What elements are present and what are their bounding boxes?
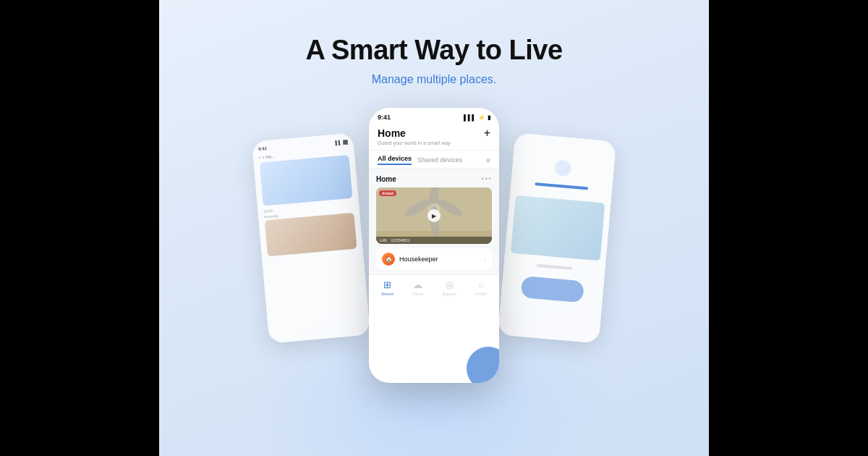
phone-home-title: Home bbox=[378, 127, 406, 139]
camera-footer: LAN G23348011 bbox=[376, 237, 492, 244]
nav-item-device[interactable]: ⊞ Device bbox=[381, 279, 393, 296]
center-panel: A Smart Way to Live Manage multiple plac… bbox=[159, 0, 709, 456]
nav-item-profile[interactable]: ○ Profile bbox=[475, 279, 487, 296]
signal-icon: ▌▌▌ bbox=[464, 114, 476, 121]
section-home: Home ··· bbox=[376, 173, 492, 185]
phone-content: Home ··· bbox=[369, 169, 499, 274]
phone-background-right bbox=[498, 132, 616, 343]
tab-shared-devices[interactable]: Shared devices bbox=[417, 156, 462, 164]
phone-home-subtitle: Guard your world in a smart way bbox=[378, 140, 490, 145]
support-icon: ◎ bbox=[446, 279, 454, 290]
status-bar: 9:41 ▌▌▌ ⚡ ▮ bbox=[369, 108, 499, 124]
camera-card[interactable]: Armed ▶ LAN G23348011 bbox=[376, 187, 492, 244]
phones-container: 9:41 ▌▌ ⬛ ‹ < Ho... Quick Recently bbox=[318, 108, 550, 412]
phone-background-left: 9:41 ▌▌ ⬛ ‹ < Ho... Quick Recently bbox=[252, 132, 370, 343]
wifi-icon: ⚡ bbox=[478, 114, 485, 121]
nav-cloud-label: Cloud bbox=[413, 292, 423, 296]
phone-tabs: All devices Shared devices ≡ bbox=[369, 151, 499, 169]
blue-circle-decoration bbox=[467, 347, 499, 383]
bottom-nav: ⊞ Device ☁ Cloud ◎ Support ○ Profile bbox=[369, 274, 499, 302]
status-icons: ▌▌▌ ⚡ ▮ bbox=[464, 114, 490, 121]
phone-main: 9:41 ▌▌▌ ⚡ ▮ Home + Guard your world in … bbox=[369, 108, 499, 383]
camera-id: G23348011 bbox=[391, 238, 410, 242]
right-phone-cta bbox=[520, 276, 584, 303]
housekeeper-row[interactable]: 🏠 Housekeeper › bbox=[376, 248, 492, 270]
armed-badge: Armed bbox=[379, 190, 396, 196]
left-phone-image-bottom bbox=[265, 213, 357, 257]
right-phone-bar2 bbox=[537, 264, 573, 270]
add-button[interactable]: + bbox=[484, 127, 490, 140]
status-time: 9:41 bbox=[378, 114, 391, 121]
device-icon: ⊞ bbox=[383, 279, 391, 290]
housekeeper-icon: 🏠 bbox=[382, 253, 395, 266]
cloud-icon: ☁ bbox=[413, 279, 422, 290]
profile-icon: ○ bbox=[478, 279, 484, 290]
battery-icon: ▮ bbox=[488, 114, 490, 121]
page-headline: A Smart Way to Live bbox=[305, 35, 562, 66]
tab-menu-icon[interactable]: ≡ bbox=[486, 156, 490, 164]
nav-support-label: Support bbox=[442, 292, 456, 296]
phone-header: Home + Guard your world in a smart way bbox=[369, 124, 499, 151]
tab-all-devices[interactable]: All devices bbox=[378, 155, 412, 165]
play-button[interactable]: ▶ bbox=[427, 209, 441, 222]
nav-item-support[interactable]: ◎ Support bbox=[442, 279, 456, 296]
page-subheadline: Manage multiple places. bbox=[372, 73, 497, 86]
nav-profile-label: Profile bbox=[475, 292, 487, 296]
camera-lan-label: LAN bbox=[380, 238, 387, 242]
left-black-panel bbox=[0, 0, 159, 456]
right-phone-icon bbox=[555, 159, 572, 177]
housekeeper-label: Housekeeper bbox=[399, 256, 480, 263]
left-phone-image-top bbox=[260, 155, 353, 206]
nav-item-cloud[interactable]: ☁ Cloud bbox=[413, 279, 423, 296]
nav-device-label: Device bbox=[381, 292, 393, 296]
right-black-panel bbox=[709, 0, 868, 456]
camera-feed: Armed ▶ bbox=[376, 187, 492, 244]
right-phone-image bbox=[511, 195, 605, 261]
section-menu-dots[interactable]: ··· bbox=[481, 173, 492, 185]
housekeeper-chevron-icon: › bbox=[484, 256, 486, 263]
section-home-label: Home bbox=[376, 175, 396, 183]
